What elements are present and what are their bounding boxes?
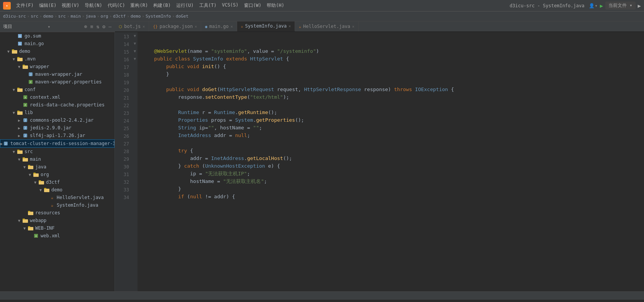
tree-item[interactable]: ▼org <box>0 171 115 178</box>
breadcrumb-item[interactable]: d3ctf <box>113 14 126 19</box>
tree-item[interactable]: Xweb.xml <box>0 232 115 240</box>
fold-marker[interactable]: ▼ <box>132 55 138 63</box>
sidebar-settings-icon[interactable]: ⚙ <box>102 24 105 29</box>
fold-marker[interactable]: ▼ <box>132 32 138 40</box>
tree-item[interactable]: resources <box>0 209 115 217</box>
tree-item[interactable]: ▶Jslf4j-api-1.7.26.jar <box>0 132 115 139</box>
tree-arrow[interactable]: ▼ <box>16 65 22 69</box>
tree-item[interactable]: ▼d3ctf <box>0 178 115 186</box>
tree-item[interactable]: ▼wrapper <box>0 63 115 70</box>
tree-arrow[interactable]: ▼ <box>11 150 17 154</box>
breadcrumb-item[interactable]: java <box>85 14 96 19</box>
fold-marker[interactable]: ▼ <box>132 40 138 47</box>
tab-HelloServlet-java[interactable]: ☕HelloServlet.java× <box>295 21 359 31</box>
breadcrumb-item[interactable]: org <box>101 14 108 19</box>
tree-arrow[interactable]: ▼ <box>21 165 28 169</box>
tree-arrow[interactable]: ▶ <box>16 134 22 138</box>
tab-close-button[interactable]: × <box>288 24 291 28</box>
tree-item[interactable]: ▼src <box>0 148 115 155</box>
breadcrumb-item[interactable]: SystemInfo <box>146 14 171 19</box>
sidebar-sort-icon[interactable]: ⇅ <box>97 24 100 29</box>
forward-button[interactable]: ▶ <box>638 3 641 9</box>
tree-file-icon: J <box>28 71 34 77</box>
tree-item[interactable]: ▼demo <box>0 47 115 55</box>
account-button[interactable]: 👤▾ <box>589 3 597 8</box>
menu-item[interactable]: 文件(F) <box>14 2 36 10</box>
tree-item[interactable]: ▶Jtomcat-cluster-redis-session-manager-3… <box>0 139 115 148</box>
menu-item[interactable]: 编辑(E) <box>37 2 59 10</box>
tab-close-button[interactable]: × <box>143 24 145 29</box>
tree-item[interactable]: ☕SystemInfo.java <box>0 201 115 209</box>
tree-item[interactable]: ▼main <box>0 155 115 163</box>
tree-item[interactable]: Jmaven-wrapper.jar <box>0 70 115 78</box>
menu-item[interactable]: 运行(U) <box>174 2 196 10</box>
breadcrumb-separator: › <box>54 14 57 19</box>
breadcrumb-item[interactable]: src <box>31 14 38 19</box>
svg-text:X: X <box>35 235 37 237</box>
sidebar-collapse-icon[interactable]: — <box>108 24 111 29</box>
menu-bar[interactable]: 文件(F)编辑(E)视图(V)导航(N)代码(C)重构(R)构建(B)运行(U)… <box>14 2 287 10</box>
tree-item[interactable]: ▶Jcommons-pool2-2.4.2.jar <box>0 116 115 124</box>
sidebar-menu-icon[interactable]: ≡ <box>90 24 93 29</box>
tree-arrow[interactable]: ▼ <box>11 111 17 115</box>
tree-item[interactable]: ▼webapp <box>0 217 115 224</box>
tree-item[interactable]: ▶Jjedis-2.9.0.jar <box>0 124 115 132</box>
menu-item[interactable]: 重构(R) <box>128 2 150 10</box>
breadcrumb-item[interactable]: demo <box>43 14 54 19</box>
tree-arrow[interactable]: ▼ <box>27 173 33 177</box>
breadcrumb-item[interactable]: d3icu-src <box>3 14 26 19</box>
menu-item[interactable]: VCS(S) <box>220 2 241 10</box>
tree-item[interactable]: Pmaven-wrapper.properties <box>0 78 115 86</box>
tree-file-icon: X <box>22 94 28 100</box>
tree-item[interactable]: Ggo.sum <box>0 32 115 40</box>
code-lines[interactable]: @WebServlet(name = "systeminfo", value =… <box>138 32 644 291</box>
tree-item[interactable]: ▼java <box>0 163 115 171</box>
menu-item[interactable]: 视图(V) <box>59 2 82 10</box>
tree-arrow[interactable]: ▼ <box>11 57 17 61</box>
sidebar-dropdown[interactable]: ▾ <box>48 24 50 29</box>
tree-arrow[interactable]: ▼ <box>32 180 38 184</box>
tree-item[interactable]: ▼.mvn <box>0 55 115 63</box>
tree-item[interactable]: Gmain.go <box>0 40 115 47</box>
tab-close-button[interactable]: × <box>231 24 233 29</box>
tree-item[interactable]: ▼WEB-INF <box>0 224 115 232</box>
tree-arrow[interactable]: ▼ <box>11 88 17 92</box>
svg-rect-40 <box>44 189 49 192</box>
tree-item[interactable]: ▼demo <box>0 186 115 194</box>
tree-item[interactable]: ▼lib <box>0 109 115 116</box>
menu-item[interactable]: 构建(B) <box>151 2 173 10</box>
tree-arrow[interactable]: ▼ <box>5 49 11 54</box>
code-area[interactable]: 1314151617181920212223242526272829303132… <box>115 32 644 291</box>
tab-close-button[interactable]: × <box>352 24 354 29</box>
tree-arrow[interactable]: ▶ <box>16 126 22 130</box>
menu-item[interactable]: 帮助(H) <box>264 2 287 10</box>
menu-item[interactable]: 导航(N) <box>82 2 105 10</box>
tree-item[interactable]: ▼conf <box>0 86 115 93</box>
menu-item[interactable]: 窗口(W) <box>242 2 264 10</box>
breadcrumb-item[interactable]: demo <box>131 14 141 19</box>
svg-rect-39 <box>39 180 41 181</box>
tab-bot-js[interactable]: ⬡bot.js× <box>115 21 149 31</box>
breadcrumb: d3icu-src › src › demo › src › main › ja… <box>0 11 644 21</box>
breadcrumb-item[interactable]: doGet <box>176 14 188 19</box>
menu-item[interactable]: 代码(C) <box>105 2 128 10</box>
fold-marker[interactable]: ▼ <box>132 47 138 55</box>
breadcrumb-item[interactable]: main <box>70 14 81 19</box>
tree-arrow[interactable]: ▼ <box>38 188 44 192</box>
tree-arrow[interactable]: ▼ <box>16 157 22 162</box>
tab-main-go[interactable]: ◉main.go× <box>201 21 237 31</box>
tree-arrow[interactable]: ▼ <box>16 219 22 223</box>
tree-item[interactable]: ☕HelloServlet.java <box>0 194 115 201</box>
tree-arrow[interactable]: ▶ <box>16 118 22 122</box>
tab-close-button[interactable]: × <box>195 24 197 29</box>
current-file-button[interactable]: 当前文件 ▾ <box>605 2 635 10</box>
tree-arrow[interactable]: ▼ <box>21 226 28 230</box>
tree-item[interactable]: Xcontext.xml <box>0 93 115 101</box>
breadcrumb-item[interactable]: src <box>58 14 66 19</box>
menu-item[interactable]: 工具(T) <box>197 2 219 10</box>
tab-package-json[interactable]: {}package.json× <box>149 21 201 31</box>
tree-item[interactable]: Predis-data-cache.properties <box>0 101 115 109</box>
tab-SystemInfo-java[interactable]: ☕SystemInfo.java× <box>237 21 295 31</box>
sidebar-add-icon[interactable]: ⊕ <box>84 24 87 29</box>
run-button[interactable]: ▶ <box>600 3 603 9</box>
